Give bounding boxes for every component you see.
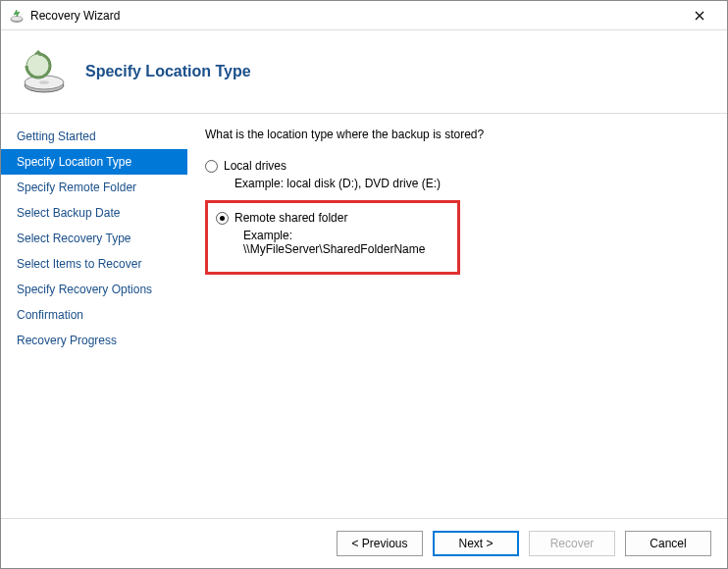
wizard-footer: < Previous Next > Recover Cancel [1,518,727,568]
sidebar-item-recovery-progress[interactable]: Recovery Progress [1,328,187,353]
wizard-header: Specify Location Type [1,30,727,113]
close-button[interactable] [680,2,719,29]
option-remote-shared-folder-label: Remote shared folder [234,211,347,225]
sidebar-item-confirmation[interactable]: Confirmation [1,302,187,328]
previous-button[interactable]: < Previous [337,531,423,556]
sidebar-item-select-recovery-type[interactable]: Select Recovery Type [1,226,187,251]
location-type-question: What is the location type where the back… [205,128,709,141]
recovery-wizard-window: Recovery Wizard Specify Location Type Ge… [0,0,728,569]
sidebar-item-select-backup-date[interactable]: Select Backup Date [1,200,187,226]
next-button[interactable]: Next > [433,531,519,556]
page-title: Specify Location Type [85,63,251,80]
sidebar-item-getting-started[interactable]: Getting Started [1,124,187,149]
sidebar-item-select-items-to-recover[interactable]: Select Items to Recover [1,251,187,277]
sidebar-item-specify-recovery-options[interactable]: Specify Recovery Options [1,277,187,302]
window-title: Recovery Wizard [30,9,680,23]
highlighted-selection: Remote shared folder Example: \\MyFileSe… [205,200,460,275]
sidebar-item-specify-location-type[interactable]: Specify Location Type [1,149,187,175]
option-remote-shared-folder[interactable]: Remote shared folder Example: \\MyFileSe… [214,209,451,262]
recover-button: Recover [529,531,615,556]
wizard-content: What is the location type where the back… [187,114,727,518]
option-local-drives-label: Local drives [224,159,286,173]
sidebar-item-specify-remote-folder[interactable]: Specify Remote Folder [1,175,187,200]
option-local-drives[interactable]: Local drives Example: local disk (D:), D… [205,157,709,196]
option-local-drives-example: Example: local disk (D:), DVD drive (E:) [234,175,709,196]
cancel-button[interactable]: Cancel [625,531,711,556]
wizard-icon [9,8,25,24]
wizard-steps-sidebar: Getting Started Specify Location Type Sp… [1,114,187,518]
option-remote-shared-folder-example: Example: \\MyFileServer\SharedFolderName [243,227,451,262]
radio-local-drives[interactable] [205,160,218,173]
radio-remote-shared-folder[interactable] [216,212,229,225]
svg-point-4 [39,80,49,84]
recovery-icon [21,48,68,95]
wizard-body: Getting Started Specify Location Type Sp… [1,114,727,518]
titlebar: Recovery Wizard [1,1,727,30]
